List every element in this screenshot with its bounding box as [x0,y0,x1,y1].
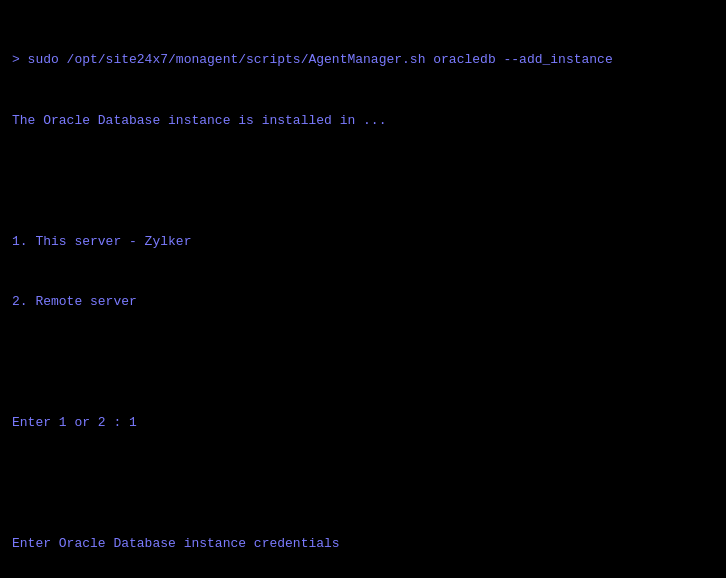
terminal: > sudo /opt/site24x7/monagent/scripts/Ag… [12,10,714,578]
line-3: 1. This server - Zylker [12,232,714,252]
line-1: The Oracle Database instance is installe… [12,111,714,131]
prompt-line: > sudo /opt/site24x7/monagent/scripts/Ag… [12,50,714,70]
line-8: Enter Oracle Database instance credentia… [12,534,714,554]
line-4: 2. Remote server [12,292,714,312]
line-7 [12,473,714,493]
line-2 [12,171,714,191]
line-6: Enter 1 or 2 : 1 [12,413,714,433]
line-5 [12,352,714,372]
